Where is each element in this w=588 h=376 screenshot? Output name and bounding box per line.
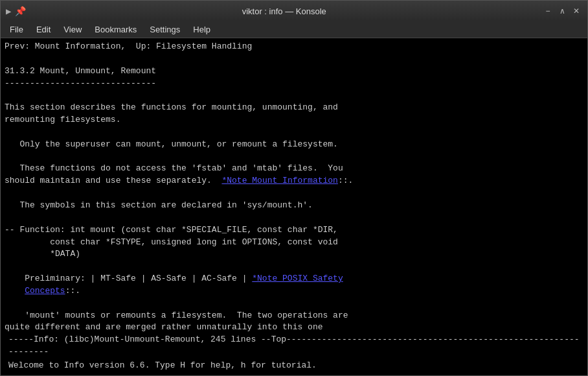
minimize-button[interactable]: − — [542, 5, 554, 17]
blank-line-7 — [5, 298, 583, 310]
superuser-line: Only the superuser can mount, unmount, o… — [5, 139, 583, 151]
preliminary-text: Preliminary: | MT-Safe | AS-Safe | AC-Sa… — [5, 274, 252, 283]
concepts-line: Concepts::. — [5, 285, 583, 298]
function-line-1: -- Function: int mount (const char *SPEC… — [5, 224, 583, 237]
close-button[interactable]: ✕ — [571, 5, 582, 17]
status-bar: -----Info: (libc)Mount-Unmount-Remount, … — [5, 333, 583, 359]
terminal-area[interactable]: Prev: Mount Information, Up: Filesystem … — [1, 38, 587, 375]
window-title: viktor : info — Konsole — [242, 6, 326, 16]
blank-line-6 — [5, 261, 583, 273]
prev-label: Prev: Mount Information, Up: Filesystem … — [5, 41, 252, 51]
blank-line-5 — [5, 212, 583, 224]
content-area: Prev: Mount Information, Up: Filesystem … — [5, 41, 583, 333]
symbols-line: The symbols in this section are declared… — [5, 200, 583, 212]
maximize-button[interactable]: ∧ — [556, 5, 568, 17]
mount-info-link[interactable]: *Note Mount Information — [221, 176, 337, 185]
fstab-text: should maintain and use these separately… — [5, 176, 221, 185]
section-title: 31.3.2 Mount, Unmount, Remount — [5, 65, 583, 78]
mount-desc-2: quite different and are merged rather un… — [5, 322, 583, 333]
blank-line-0 — [5, 53, 583, 65]
description-line-1: This section describes the functions for… — [5, 102, 583, 114]
menu-view[interactable]: View — [57, 23, 88, 36]
terminal-icon: ▶ — [6, 6, 11, 17]
function-line-2: const char *FSTYPE, unsigned long int OP… — [5, 237, 583, 249]
nav-line: Prev: Mount Information, Up: Filesystem … — [5, 41, 583, 53]
blank-line-1 — [5, 89, 583, 102]
fstab-line-2: should maintain and use these separately… — [5, 175, 583, 187]
menu-edit[interactable]: Edit — [30, 23, 57, 36]
menu-settings[interactable]: Settings — [143, 23, 187, 36]
title-bar-left: ▶ 📌 — [6, 6, 26, 17]
separator: ------------------------------ — [5, 78, 583, 90]
fstab-colon: :: — [338, 176, 348, 185]
preliminary-line: Preliminary: | MT-Safe | AS-Safe | AC-Sa… — [5, 273, 583, 285]
pin-icon: 📌 — [15, 6, 26, 17]
blank-line-2 — [5, 126, 583, 139]
title-bar: ▶ 📌 viktor : info — Konsole − ∧ ✕ — [1, 1, 587, 21]
function-line-3: *DATA) — [5, 248, 583, 261]
mount-desc-1: 'mount' mounts or remounts a filesystem.… — [5, 310, 583, 322]
welcome-bar: Welcome to Info version 6.6. Type H for … — [5, 359, 583, 373]
posix-safety-link[interactable]: *Note POSIX Safety — [252, 274, 343, 283]
blank-line-3 — [5, 151, 583, 163]
menu-bookmarks[interactable]: Bookmarks — [88, 23, 143, 36]
blank-line-4 — [5, 187, 583, 200]
fstab-period: . — [348, 176, 354, 185]
concepts-link[interactable]: Concepts — [25, 286, 65, 296]
menu-help[interactable]: Help — [187, 23, 217, 36]
description-line-2: remounting filesystems. — [5, 114, 583, 126]
preliminary-end: ::. — [65, 286, 80, 296]
main-window: ▶ 📌 viktor : info — Konsole − ∧ ✕ File E… — [0, 0, 588, 376]
concepts-indent — [5, 286, 25, 296]
menu-bar: File Edit View Bookmarks Settings Help — [1, 21, 587, 38]
window-controls: − ∧ ✕ — [542, 5, 582, 17]
fstab-line-1: These functions do not access the 'fstab… — [5, 163, 583, 175]
menu-file[interactable]: File — [3, 23, 30, 36]
